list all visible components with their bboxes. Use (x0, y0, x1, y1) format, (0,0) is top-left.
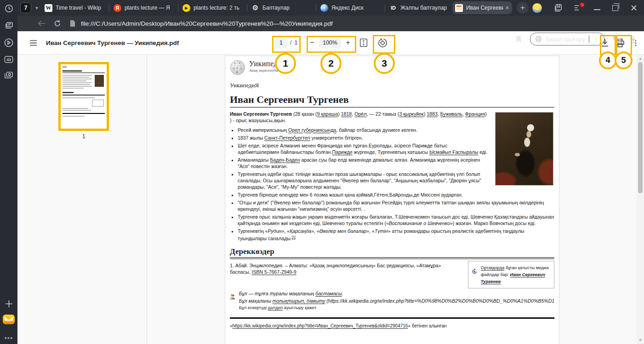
pdf-file-title: Иван Сергеевич Тургенев — Уикипедия.pdf (46, 31, 179, 54)
svg-text:П: П (233, 67, 235, 70)
add-plus-icon[interactable] (0, 298, 17, 310)
tab-divider (316, 4, 316, 11)
thumbnail-panel: 1 (17, 55, 147, 344)
tab-groups-icon[interactable] (0, 19, 17, 31)
article-link[interactable]: 1818 (341, 111, 352, 117)
pdf-favicon (455, 4, 463, 12)
annotation-label-1: 1 (275, 53, 296, 74)
bookmark-flag-icon[interactable] (515, 35, 522, 43)
minimize-icon[interactable] (594, 6, 600, 10)
tab[interactable]: Яplants lecture — Я (111, 1, 177, 14)
article-link[interactable]: 3 қыркүйек (399, 111, 423, 117)
extensions-tag-icon[interactable] (613, 35, 621, 43)
sidebar-menu-notification-icon[interactable] (574, 5, 582, 11)
article-link[interactable]: Ортаққорда (481, 265, 504, 270)
scroll-up-icon[interactable]: ▲ (637, 56, 644, 61)
page-thumbnail[interactable] (58, 62, 109, 131)
tab-strip: WTime travel - WikipЯplants lecture — Я▶… (42, 0, 512, 16)
video-play-icon[interactable] (0, 37, 17, 49)
fit-to-page-icon[interactable] (359, 31, 369, 54)
menu-hamburger-icon[interactable] (29, 31, 37, 54)
tab-close-icon[interactable]: ✕ (505, 6, 509, 11)
article-link[interactable]: [1] (292, 235, 296, 239)
tab[interactable]: ⚙Баптаулар (249, 1, 314, 14)
stub-line-2: Бұл мақаланы толықтырып, дамыту (https:/… (239, 298, 554, 305)
close-icon[interactable]: ✕ (630, 4, 638, 12)
tab-active[interactable]: Иван Сергееви✕ (452, 1, 512, 14)
tab-counter-43-badge[interactable]: 43 (0, 53, 17, 65)
article-bullet: Тургеневтің «Рудин», «Қарсаңда», «Әкелер… (238, 228, 554, 242)
stub-line-3: Бұл ескертуді дәлдеп ауыстыру қажет. (239, 305, 554, 311)
article-link[interactable]: толықтырып, дамыту (273, 298, 325, 304)
zoom-out-button[interactable]: − (310, 38, 314, 47)
tab-title: Баптаулар (262, 5, 312, 11)
id-favicon: ID (389, 4, 397, 12)
tab[interactable]: ▶plants lecture: 2 ть (180, 1, 245, 14)
article-link[interactable]: 1883 (427, 111, 438, 117)
annotation-label-3: 3 (374, 53, 395, 74)
article-link[interactable]: Орел губерниясында (288, 127, 336, 133)
more-dots-icon[interactable]: ••• (0, 332, 17, 344)
zoom-in-button[interactable]: + (346, 38, 350, 47)
notification-dot (580, 3, 584, 7)
article-link[interactable]: Парижде (332, 149, 352, 155)
youtube-play-favicon: ▶ (182, 4, 190, 12)
print-page-button[interactable]: басып шығару ⋮ (530, 33, 604, 45)
wikipedia-globe-icon: ИКПЕДЯ (230, 60, 245, 75)
page-file-icon (69, 20, 75, 27)
chevron-down-icon[interactable]: ▼ (34, 6, 39, 11)
retrieved-from-line: «https://kk.wikipedia.org/w/index.php?ti… (230, 323, 554, 328)
rotate-icon[interactable] (377, 31, 388, 54)
profile-avatar[interactable] (532, 3, 542, 13)
article-link[interactable]: Санкт-Петербургтегі (264, 135, 310, 141)
article-link[interactable]: Франция (465, 111, 485, 117)
sources-heading: Дереккөздер (230, 247, 554, 259)
page-number-field[interactable]: 1 (275, 38, 287, 48)
article-link[interactable]: дәлдеп (268, 305, 283, 310)
svg-text:Я: Я (236, 70, 238, 73)
article-link[interactable]: бастамасы (315, 291, 342, 296)
article-title: Иван Сергеевич Тургенев (230, 94, 554, 107)
stub-notice: Бұл — тұлға туралы мақаланың бастамасы. … (230, 290, 554, 310)
tab[interactable]: WTime travel - Wikip (42, 1, 108, 14)
browser-window: 7 ▼ WTime travel - WikipЯplants lecture … (0, 0, 644, 344)
gear-favicon: ⚙ (251, 4, 259, 12)
article-link[interactable]: ISBN 5-7667-2949-9 (251, 269, 296, 275)
new-tab-button[interactable]: + (517, 2, 529, 14)
svg-text:Е: Е (236, 66, 238, 69)
scroll-down-icon[interactable]: ▼ (637, 338, 644, 342)
back-icon[interactable] (38, 20, 46, 27)
thumbnail-page-number: 1 (58, 133, 109, 140)
printer-icon (535, 36, 542, 42)
pdf-viewer-canvas: ИКПЕДЯ УикипедиЯ Ашық энциклопедиясы Уик… (147, 55, 637, 344)
article-link[interactable]: Орёл (354, 111, 366, 117)
tab[interactable]: Яндекс Диск (318, 1, 383, 14)
url-field[interactable]: file:///C:/Users/Admin/Desktop/Иван%20Се… (81, 20, 333, 27)
wikimedia-commons-icon (472, 265, 477, 278)
annotation-label-5: 5 (615, 51, 633, 69)
bookmarks-panel-icon[interactable] (554, 4, 562, 12)
svg-text:К: К (239, 61, 241, 64)
screenshot-camera-icon[interactable] (0, 69, 17, 81)
tab[interactable]: IDЖалпы баптаулар (387, 1, 452, 14)
tab-counter[interactable]: 7 ▼ (20, 2, 42, 13)
article-link[interactable]: Буживаль (440, 111, 462, 117)
downloads-icon[interactable] (630, 36, 637, 43)
svg-text:43: 43 (6, 57, 11, 62)
vertical-scrollbar[interactable]: ▲ ▼ (637, 55, 644, 344)
article-link[interactable]: Ысмайыл Ғаспыралы (429, 149, 478, 155)
history-clock-icon[interactable] (0, 2, 17, 14)
restore-icon[interactable] (612, 5, 618, 11)
yandex-mail-icon[interactable] (0, 313, 17, 325)
svg-text:Д: Д (240, 67, 242, 70)
print-options-kebab-icon[interactable]: ⋮ (593, 36, 599, 43)
page-separator: / (290, 39, 291, 46)
tab-divider (178, 4, 178, 11)
tab-count-badge[interactable]: 7 (20, 2, 31, 13)
article-link[interactable]: https://kk.wikipedia.org/w/index.php?tit… (233, 323, 408, 328)
article-link[interactable]: 9 қараша (317, 111, 338, 117)
svg-text:И: И (234, 62, 236, 65)
scrollbar-thumb[interactable] (638, 62, 643, 193)
article-link[interactable]: Баден-Баден (270, 157, 300, 163)
reload-icon[interactable] (54, 20, 61, 27)
